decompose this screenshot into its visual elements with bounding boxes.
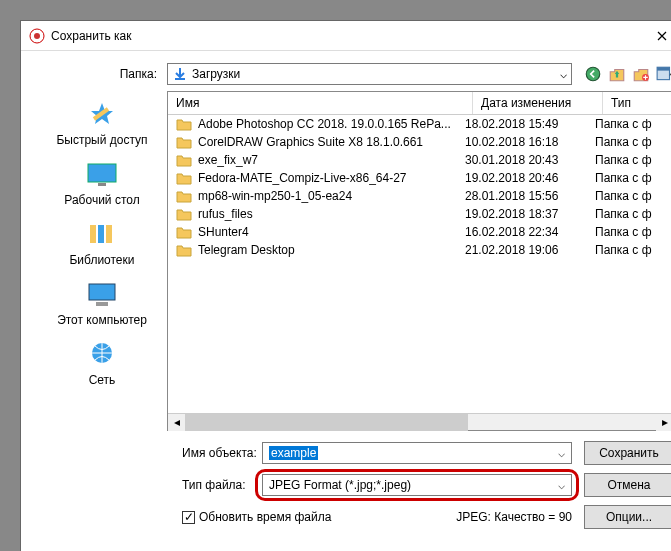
file-date: 19.02.2018 18:37 <box>465 207 595 221</box>
window-title: Сохранить как <box>51 29 642 43</box>
file-type: Папка с ф <box>595 171 665 185</box>
file-date: 16.02.2018 22:34 <box>465 225 595 239</box>
file-date: 19.02.2018 20:46 <box>465 171 595 185</box>
place-label: Библиотеки <box>69 253 134 267</box>
filetype-dropdown[interactable]: JPEG Format (*.jpg;*.jpeg) ⌵ <box>262 474 572 496</box>
place-quick-access[interactable]: Быстрый доступ <box>56 99 147 147</box>
star-icon <box>84 99 120 129</box>
jpeg-quality-label: JPEG: Качество = 90 <box>456 510 572 524</box>
file-date: 30.01.2018 20:43 <box>465 153 595 167</box>
col-date[interactable]: Дата изменения <box>473 92 603 114</box>
file-date: 18.02.2018 15:49 <box>465 117 595 131</box>
table-row[interactable]: rufus_files19.02.2018 18:37Папка с ф <box>168 205 671 223</box>
folder-icon <box>176 243 192 257</box>
file-name: rufus_files <box>198 207 253 221</box>
folder-icon <box>176 117 192 131</box>
file-date: 10.02.2018 16:18 <box>465 135 595 149</box>
cancel-button[interactable]: Отмена <box>584 473 671 497</box>
save-button[interactable]: Сохранить <box>584 441 671 465</box>
back-icon[interactable] <box>584 65 602 83</box>
file-name: Telegram Desktop <box>198 243 295 257</box>
places-bar: Быстрый доступ Рабочий стол Библиотеки Э… <box>37 91 167 431</box>
file-date: 21.02.2018 19:06 <box>465 243 595 257</box>
table-row[interactable]: exe_fix_w730.01.2018 20:43Папка с ф <box>168 151 671 169</box>
file-name: SHunter4 <box>198 225 249 239</box>
save-as-dialog: Сохранить как Папка: Загрузки ⌵ <box>20 20 671 551</box>
svg-rect-8 <box>98 183 106 186</box>
network-icon <box>84 339 120 369</box>
svg-rect-10 <box>98 225 104 243</box>
chevron-down-icon: ⌵ <box>558 478 565 492</box>
file-name: CorelDRAW Graphics Suite X8 18.1.0.661 <box>198 135 423 149</box>
svg-rect-13 <box>96 302 108 306</box>
horizontal-scrollbar[interactable]: ◂ ▸ <box>168 413 671 430</box>
filetype-value: JPEG Format (*.jpg;*.jpeg) <box>269 478 411 492</box>
folder-icon <box>176 225 192 239</box>
filename-label: Имя объекта: <box>37 446 262 460</box>
col-type[interactable]: Тип <box>603 92 671 114</box>
folder-icon <box>176 171 192 185</box>
folder-dropdown[interactable]: Загрузки ⌵ <box>167 63 572 85</box>
col-name[interactable]: Имя <box>168 92 473 114</box>
place-label: Рабочий стол <box>64 193 139 207</box>
close-button[interactable] <box>642 22 671 50</box>
place-label: Этот компьютер <box>57 313 147 327</box>
scroll-right-icon[interactable]: ▸ <box>656 414 671 431</box>
file-type: Папка с ф <box>595 117 665 131</box>
svg-point-1 <box>34 33 40 39</box>
filetype-label: Тип файла: <box>37 478 262 492</box>
scroll-thumb[interactable] <box>185 414 468 431</box>
titlebar: Сохранить как <box>21 21 671 51</box>
scroll-left-icon[interactable]: ◂ <box>168 414 185 431</box>
folder-icon <box>176 207 192 221</box>
file-type: Папка с ф <box>595 189 665 203</box>
svg-rect-6 <box>657 67 669 70</box>
file-name: mp68-win-mp250-1_05-ea24 <box>198 189 352 203</box>
folder-icon <box>176 135 192 149</box>
place-label: Сеть <box>89 373 116 387</box>
file-name: exe_fix_w7 <box>198 153 258 167</box>
table-row[interactable]: Telegram Desktop21.02.2018 19:06Папка с … <box>168 241 671 259</box>
libraries-icon <box>84 219 120 249</box>
table-row[interactable]: Fedora-MATE_Compiz-Live-x86_64-2719.02.2… <box>168 169 671 187</box>
svg-rect-7 <box>88 164 116 182</box>
folder-value: Загрузки <box>192 67 240 81</box>
new-folder-icon[interactable] <box>632 65 650 83</box>
svg-rect-9 <box>90 225 96 243</box>
file-type: Папка с ф <box>595 153 665 167</box>
desktop-icon <box>84 159 120 189</box>
svg-rect-11 <box>106 225 112 243</box>
file-list: Имя Дата изменения Тип Adobe Photoshop C… <box>167 91 671 431</box>
app-icon <box>29 28 45 44</box>
folder-icon <box>176 189 192 203</box>
up-icon[interactable] <box>608 65 626 83</box>
svg-rect-12 <box>89 284 115 300</box>
chevron-down-icon: ⌵ <box>560 67 567 81</box>
place-libraries[interactable]: Библиотеки <box>69 219 134 267</box>
file-name: Adobe Photoshop CC 2018. 19.0.0.165 RePa… <box>198 117 451 131</box>
chevron-down-icon: ⌵ <box>558 446 565 460</box>
computer-icon <box>84 279 120 309</box>
checkbox-icon: ✓ <box>182 511 195 524</box>
place-label: Быстрый доступ <box>56 133 147 147</box>
file-type: Папка с ф <box>595 243 665 257</box>
view-menu-icon[interactable] <box>656 65 671 83</box>
column-headers: Имя Дата изменения Тип <box>168 92 671 115</box>
table-row[interactable]: mp68-win-mp250-1_05-ea2428.01.2018 15:56… <box>168 187 671 205</box>
table-row[interactable]: Adobe Photoshop CC 2018. 19.0.0.165 RePa… <box>168 115 671 133</box>
filename-value: example <box>269 446 318 460</box>
file-name: Fedora-MATE_Compiz-Live-x86_64-27 <box>198 171 407 185</box>
table-row[interactable]: CorelDRAW Graphics Suite X8 18.1.0.66110… <box>168 133 671 151</box>
table-row[interactable]: SHunter416.02.2018 22:34Папка с ф <box>168 223 671 241</box>
folder-toolbar <box>584 65 671 83</box>
downloads-icon <box>172 66 188 82</box>
place-computer[interactable]: Этот компьютер <box>57 279 147 327</box>
file-type: Папка с ф <box>595 135 665 149</box>
filename-input[interactable]: example ⌵ <box>262 442 572 464</box>
options-button[interactable]: Опции... <box>584 505 671 529</box>
place-desktop[interactable]: Рабочий стол <box>64 159 139 207</box>
folder-label: Папка: <box>37 67 167 81</box>
update-time-checkbox[interactable]: ✓ Обновить время файла <box>182 510 331 524</box>
svg-point-3 <box>586 67 600 81</box>
place-network[interactable]: Сеть <box>84 339 120 387</box>
